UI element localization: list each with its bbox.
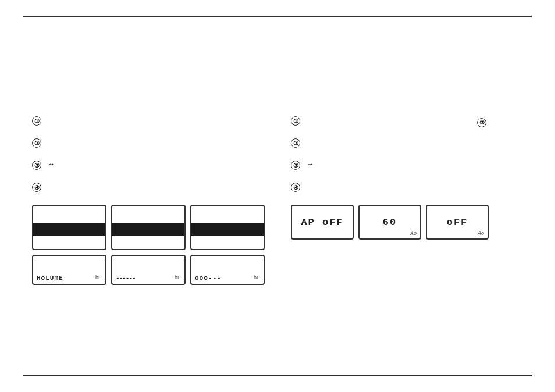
ap-text-3: oFF [447,217,468,228]
left-step-4: ④ [32,183,276,192]
lcd-text-1: HoLUmE [37,275,63,281]
circle-2: ② [32,138,41,148]
display-box-1 [32,205,106,250]
circle-1: ① [32,116,41,126]
lcd-sub-1: bE [95,275,102,281]
left-step-4-num: ④ [32,183,48,192]
right-section: ① ② ③ ↔ ④ AP oFF 60 Ao oFF Ao [291,116,535,240]
right-step-2: ② [291,138,535,148]
right-arrow: ↔ [307,161,314,168]
circle-3: ③ [32,161,41,170]
lcd-text-3: ooo--- [195,275,222,281]
ap-display-row: AP oFF 60 Ao oFF Ao [291,205,535,240]
display-bar-1 [33,223,105,236]
right-step-4: ④ [291,183,535,192]
lcd-text-2: ------ [116,275,136,281]
right-circle-4: ④ [291,183,300,192]
ap-box-1: AP oFF [291,205,354,240]
left-section: ① ② ③ ↔ ④ HoLUmE [32,116,276,285]
left-step-3-num: ③ [32,161,48,170]
right-step-3-num: ③ [291,161,307,170]
display-box-3 [190,205,265,250]
left-step-1-num: ① [32,116,48,126]
lcd-row: HoLUmE bE ------ bE ooo--- bE [32,255,276,285]
ap-sub-2: Ao [410,230,417,236]
lcd-box-1: HoLUmE bE [32,255,106,285]
top-rule [23,16,532,17]
left-step-2-num: ② [32,138,48,148]
ap-sub-3: Ao [478,230,484,236]
right-step-1-num: ① [291,116,307,126]
right-circle-1: ① [291,116,300,126]
right-step-4-num: ④ [291,183,307,192]
lcd-sub-2: bE [175,275,181,281]
circle-4: ④ [32,183,41,192]
ap-box-3: oFF Ao [426,205,489,240]
display-bar-2 [112,223,184,236]
display-bar-3 [191,223,264,236]
left-step-3: ③ ↔ [32,161,276,170]
left-arrow: ↔ [48,161,55,168]
lcd-box-3: ooo--- bE [190,255,265,285]
lcd-sub-3: bE [254,275,260,281]
left-step-1: ① [32,116,276,126]
right-circle-2: ② [291,138,300,148]
lcd-box-2: ------ bE [111,255,186,285]
left-step-2: ② [32,138,276,148]
display-box-2 [111,205,186,250]
right-circle-3: ③ [291,161,300,170]
ap-text-2: 60 [383,217,397,228]
right-step-1: ① [291,116,535,126]
right-step-3: ③ ↔ [291,161,535,170]
display-row [32,205,276,250]
ap-box-2: 60 Ao [358,205,421,240]
ap-text-1: AP oFF [301,217,343,228]
bottom-rule [23,375,532,376]
right-step-2-num: ② [291,138,307,148]
